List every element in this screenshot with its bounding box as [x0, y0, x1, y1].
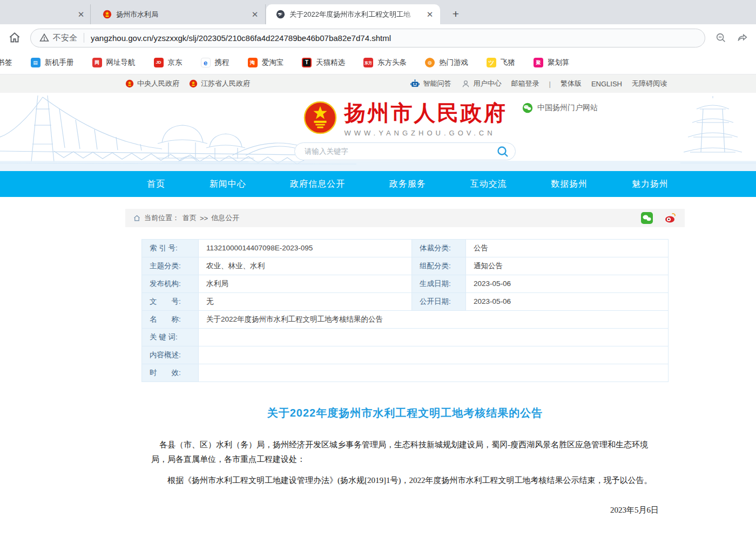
- share-icon[interactable]: [737, 32, 748, 44]
- nav-home[interactable]: 首页: [147, 179, 165, 190]
- meta-row: 时 效:: [142, 364, 669, 382]
- site-banner: 扬州市人民政府 WWW.YANGZHOU.GOV.CN 中国扬州门户网站: [0, 93, 756, 171]
- bookmark-tmall[interactable]: T 天猫精选: [302, 58, 345, 67]
- bookmark-phone-marks[interactable]: 机书签: [0, 58, 12, 67]
- bookmark-ctrip[interactable]: e 携程: [201, 58, 230, 67]
- link-english-version[interactable]: ENGLISH: [591, 80, 622, 88]
- bookmark-games[interactable]: ◍ 热门游戏: [425, 58, 468, 67]
- weibo-share-icon[interactable]: [664, 212, 677, 224]
- tab-title: 扬州市水利局: [116, 10, 246, 19]
- bookmark-nav-site[interactable]: 网 网址导航: [92, 58, 136, 67]
- wechat-icon: [522, 103, 533, 113]
- divider: |: [549, 80, 551, 88]
- nav-gov-info-disclosure[interactable]: 政府信息公开: [290, 179, 345, 190]
- jd-icon: JD: [154, 58, 164, 67]
- group-category: 通知公告: [466, 257, 669, 275]
- generation-date: 2023-05-06: [466, 275, 669, 292]
- bookmark-manual[interactable]: ▤ 新机手册: [31, 58, 74, 67]
- nav-news-center[interactable]: 新闻中心: [210, 179, 246, 190]
- ctrip-dolphin-icon: e: [201, 58, 211, 67]
- browser-address-bar: 不安全 yangzhou.gov.cn/yzszxxgk/slj/202305/…: [0, 24, 756, 51]
- close-tab-icon[interactable]: ✕: [76, 10, 86, 19]
- document-meta-table: 索 引 号: 11321000014407098E-2023-095 体裁分类:…: [141, 239, 669, 382]
- tab-water-bureau[interactable]: 扬州市水利局 ✕: [92, 4, 266, 24]
- bookmark-juhuasuan[interactable]: 聚 聚划算: [534, 58, 570, 67]
- browser-tab-bar: ✕ 扬州市水利局 ✕ 关于2022年度扬州市水利工程文明工地 ✕ +: [0, 0, 756, 24]
- tab-announcement-active[interactable]: 关于2022年度扬州市水利工程文明工地 ✕: [266, 4, 440, 24]
- juhuasuan-icon: 聚: [534, 58, 543, 67]
- nav-interaction[interactable]: 互动交流: [470, 179, 507, 190]
- taobao-icon: 淘: [248, 58, 258, 67]
- breadcrumb-label: 当前位置：: [144, 213, 179, 223]
- security-label: 不安全: [53, 33, 77, 43]
- link-jiangsu-gov[interactable]: 江苏省人民政府: [189, 79, 250, 88]
- tab-title: 关于2022年度扬州市水利工程文明工地: [289, 10, 421, 19]
- breadcrumb-section-link[interactable]: 信息公开: [211, 213, 239, 223]
- gov-utility-bar: 中央人民政府 江苏省人民政府 智能问答 用户中心 邮箱登录 | 繁体版 ENGL…: [0, 74, 756, 93]
- nav-site-icon: 网: [92, 58, 102, 67]
- close-tab-icon[interactable]: ✕: [250, 10, 260, 19]
- home-icon: [133, 214, 141, 222]
- security-warning[interactable]: 不安全: [39, 33, 77, 43]
- publish-date: 2023-05-06: [466, 293, 669, 310]
- manual-icon: ▤: [31, 58, 40, 67]
- bookmark-aitaobao[interactable]: 淘 爱淘宝: [248, 58, 284, 67]
- link-central-gov[interactable]: 中央人民政府: [125, 79, 179, 88]
- warning-triangle-icon: [39, 33, 49, 43]
- meta-row: 发布机构: 水利局 生成日期: 2023-05-06: [142, 275, 669, 293]
- article-title: 关于2022年度扬州市水利工程文明工地考核结果的公告: [125, 406, 685, 420]
- zoom-out-icon[interactable]: [715, 32, 727, 44]
- link-traditional-version[interactable]: 繁体版: [561, 79, 582, 88]
- validity: [199, 364, 669, 382]
- index-number: 11321000014407098E-2023-095: [199, 240, 412, 257]
- article: 关于2022年度扬州市水利工程文明工地考核结果的公告 各县（市、区）水利（务）局…: [125, 406, 685, 538]
- site-title: 扬州市人民政府: [345, 98, 507, 128]
- nav-data-yangzhou[interactable]: 数据扬州: [551, 179, 588, 190]
- meta-row: 主题分类: 农业、林业、水利 组配分类: 通知公告: [142, 257, 669, 275]
- wechat-portal-link[interactable]: 中国扬州门户网站: [522, 103, 598, 113]
- meta-row: 文 号: 无 公开日期: 2023-05-06: [142, 293, 669, 311]
- emblem-icon: [189, 79, 198, 88]
- bookmark-dongfang[interactable]: 东方 东方头条: [363, 58, 407, 67]
- breadcrumb-home-link[interactable]: 首页: [183, 213, 197, 223]
- article-paragraph: 各县（市、区）水利（务）局，扬州经济开发区城乡事务管理局，生态科技新城规划建设局…: [151, 438, 659, 467]
- new-tab-button[interactable]: +: [448, 6, 463, 22]
- meta-row: 内容概述:: [142, 346, 669, 364]
- article-paragraph: 根据《扬州市水利工程文明工地建设管理办法》(扬水规[2019]1号)，2022年…: [151, 473, 659, 488]
- home-icon[interactable]: [8, 31, 22, 45]
- link-accessible-reading[interactable]: 无障碍阅读: [632, 79, 667, 88]
- nav-charm-yangzhou[interactable]: 魅力扬州: [632, 179, 669, 190]
- content-summary: [199, 346, 669, 364]
- link-smart-qa[interactable]: 智能问答: [410, 79, 451, 89]
- breadcrumb-separator: >>: [200, 214, 208, 222]
- site-search-input[interactable]: [294, 142, 516, 160]
- dongfang-icon: 东方: [363, 58, 373, 67]
- issuing-agency: 水利局: [199, 275, 412, 292]
- document-name: 关于2022年度扬州市水利工程文明工地考核结果的公告: [199, 311, 669, 328]
- close-tab-icon[interactable]: ✕: [425, 10, 435, 19]
- search-icon: [496, 145, 509, 158]
- bookmark-jd[interactable]: JD 京东: [154, 58, 183, 67]
- emblem-icon: [125, 79, 134, 88]
- site-url-text: WWW.YANGZHOU.GOV.CN: [345, 129, 507, 137]
- breadcrumb: 当前位置： 首页 >> 信息公开: [125, 209, 685, 227]
- subject-category: 农业、林业、水利: [199, 257, 412, 275]
- tmall-icon: T: [302, 58, 312, 67]
- nav-gov-services[interactable]: 政务服务: [389, 179, 426, 190]
- list-title: 2022年度扬州市水利工程文明工地名单: [151, 536, 659, 538]
- meta-row: 关 键 词:: [142, 329, 669, 346]
- document-number: 无: [199, 293, 412, 310]
- search-button[interactable]: [496, 145, 509, 158]
- tab-partial[interactable]: ✕: [0, 4, 91, 24]
- url-omnibox[interactable]: 不安全 yangzhou.gov.cn/yzszxxgk/slj/202305/…: [30, 29, 705, 47]
- bookmark-fliggy[interactable]: ツ 飞猪: [487, 58, 515, 67]
- link-user-center[interactable]: 用户中心: [461, 79, 502, 88]
- wechat-share-icon[interactable]: [640, 212, 653, 224]
- article-date: 2023年5月6日: [151, 503, 659, 517]
- meta-row: 名 称: 关于2022年度扬州市水利工程文明工地考核结果的公告: [142, 311, 669, 329]
- bookmarks-bar: 机书签 ▤ 新机手册 网 网址导航 JD 京东 e 携程 淘 爱淘宝 T 天猫精…: [0, 51, 756, 74]
- fliggy-pig-icon: ツ: [487, 58, 496, 67]
- link-mail-login[interactable]: 邮箱登录: [511, 79, 539, 88]
- gov-emblem-favicon: [103, 10, 112, 19]
- games-icon: ◍: [425, 58, 435, 67]
